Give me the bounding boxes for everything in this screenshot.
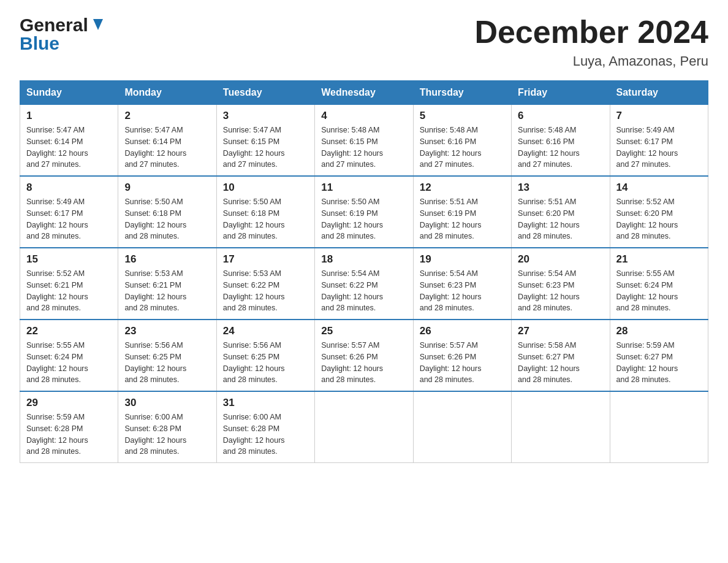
day-number: 19 (420, 253, 505, 266)
calendar-cell: 22Sunrise: 5:55 AMSunset: 6:24 PMDayligh… (20, 320, 118, 391)
calendar-cell: 2Sunrise: 5:47 AMSunset: 6:14 PMDaylight… (118, 105, 216, 177)
day-number: 13 (518, 182, 603, 194)
day-number: 5 (420, 110, 505, 122)
day-info: Sunrise: 5:59 AMSunset: 6:27 PMDaylight:… (616, 340, 702, 386)
calendar-cell: 7Sunrise: 5:49 AMSunset: 6:17 PMDaylight… (610, 105, 708, 177)
day-info: Sunrise: 5:52 AMSunset: 6:21 PMDaylight:… (26, 268, 112, 314)
calendar-cell: 15Sunrise: 5:52 AMSunset: 6:21 PMDayligh… (20, 248, 118, 320)
day-info: Sunrise: 6:00 AMSunset: 6:28 PMDaylight:… (124, 412, 210, 458)
day-number: 3 (223, 110, 308, 122)
day-info: Sunrise: 5:47 AMSunset: 6:15 PMDaylight:… (223, 124, 308, 170)
page-header: General Blue December 2024 Luya, Amazona… (20, 15, 708, 69)
weekday-header-saturday: Saturday (610, 81, 708, 105)
calendar-cell: 1Sunrise: 5:47 AMSunset: 6:14 PMDaylight… (20, 105, 118, 177)
calendar-cell: 18Sunrise: 5:54 AMSunset: 6:22 PMDayligh… (315, 248, 413, 320)
calendar-cell: 19Sunrise: 5:54 AMSunset: 6:23 PMDayligh… (413, 248, 511, 320)
weekday-header-thursday: Thursday (413, 81, 511, 105)
day-number: 12 (420, 182, 505, 194)
logo-arrow-icon (89, 17, 107, 34)
day-number: 8 (26, 182, 112, 194)
calendar-header-row: SundayMondayTuesdayWednesdayThursdayFrid… (20, 81, 708, 105)
calendar-cell: 24Sunrise: 5:56 AMSunset: 6:25 PMDayligh… (216, 320, 314, 391)
calendar-week-3: 15Sunrise: 5:52 AMSunset: 6:21 PMDayligh… (20, 248, 708, 320)
calendar-cell (512, 391, 610, 463)
calendar-week-2: 8Sunrise: 5:49 AMSunset: 6:17 PMDaylight… (20, 176, 708, 248)
calendar-week-4: 22Sunrise: 5:55 AMSunset: 6:24 PMDayligh… (20, 320, 708, 391)
day-number: 24 (223, 325, 308, 337)
day-number: 29 (26, 397, 112, 409)
calendar-cell: 17Sunrise: 5:53 AMSunset: 6:22 PMDayligh… (216, 248, 314, 320)
day-info: Sunrise: 5:56 AMSunset: 6:25 PMDaylight:… (223, 340, 308, 386)
calendar-cell: 6Sunrise: 5:48 AMSunset: 6:16 PMDaylight… (512, 105, 610, 177)
day-info: Sunrise: 5:55 AMSunset: 6:24 PMDaylight:… (26, 340, 112, 386)
day-info: Sunrise: 5:54 AMSunset: 6:22 PMDaylight:… (321, 268, 406, 314)
calendar-cell: 25Sunrise: 5:57 AMSunset: 6:26 PMDayligh… (315, 320, 413, 391)
calendar-cell: 23Sunrise: 5:56 AMSunset: 6:25 PMDayligh… (118, 320, 216, 391)
weekday-header-tuesday: Tuesday (216, 81, 314, 105)
calendar-cell: 28Sunrise: 5:59 AMSunset: 6:27 PMDayligh… (610, 320, 708, 391)
calendar-cell: 12Sunrise: 5:51 AMSunset: 6:19 PMDayligh… (413, 176, 511, 248)
calendar-cell: 8Sunrise: 5:49 AMSunset: 6:17 PMDaylight… (20, 176, 118, 248)
day-info: Sunrise: 5:56 AMSunset: 6:25 PMDaylight:… (124, 340, 210, 386)
day-info: Sunrise: 5:53 AMSunset: 6:22 PMDaylight:… (223, 268, 308, 314)
day-number: 6 (518, 110, 603, 122)
day-info: Sunrise: 6:00 AMSunset: 6:28 PMDaylight:… (223, 412, 308, 458)
day-info: Sunrise: 5:52 AMSunset: 6:20 PMDaylight:… (616, 196, 702, 242)
day-number: 22 (26, 325, 112, 337)
calendar-cell: 11Sunrise: 5:50 AMSunset: 6:19 PMDayligh… (315, 176, 413, 248)
logo-general: General (20, 15, 88, 36)
calendar-cell: 9Sunrise: 5:50 AMSunset: 6:18 PMDaylight… (118, 176, 216, 248)
day-info: Sunrise: 5:53 AMSunset: 6:21 PMDaylight:… (124, 268, 210, 314)
day-number: 10 (223, 182, 308, 194)
calendar-cell: 10Sunrise: 5:50 AMSunset: 6:18 PMDayligh… (216, 176, 314, 248)
day-number: 23 (124, 325, 210, 337)
day-info: Sunrise: 5:58 AMSunset: 6:27 PMDaylight:… (518, 340, 603, 386)
day-number: 30 (124, 397, 210, 409)
day-number: 15 (26, 253, 112, 266)
calendar-cell: 14Sunrise: 5:52 AMSunset: 6:20 PMDayligh… (610, 176, 708, 248)
day-info: Sunrise: 5:55 AMSunset: 6:24 PMDaylight:… (616, 268, 702, 314)
day-info: Sunrise: 5:50 AMSunset: 6:18 PMDaylight:… (124, 196, 210, 242)
day-info: Sunrise: 5:48 AMSunset: 6:15 PMDaylight:… (321, 124, 406, 170)
svg-marker-0 (93, 19, 103, 30)
calendar-cell: 21Sunrise: 5:55 AMSunset: 6:24 PMDayligh… (610, 248, 708, 320)
day-number: 1 (26, 110, 112, 122)
day-number: 20 (518, 253, 603, 266)
calendar-cell: 29Sunrise: 5:59 AMSunset: 6:28 PMDayligh… (20, 391, 118, 463)
day-info: Sunrise: 5:59 AMSunset: 6:28 PMDaylight:… (26, 412, 112, 458)
day-number: 7 (616, 110, 702, 122)
day-number: 4 (321, 110, 406, 122)
weekday-header-monday: Monday (118, 81, 216, 105)
calendar-cell: 5Sunrise: 5:48 AMSunset: 6:16 PMDaylight… (413, 105, 511, 177)
title-block: December 2024 Luya, Amazonas, Peru (474, 15, 708, 69)
day-number: 18 (321, 253, 406, 266)
calendar-cell: 3Sunrise: 5:47 AMSunset: 6:15 PMDaylight… (216, 105, 314, 177)
day-info: Sunrise: 5:54 AMSunset: 6:23 PMDaylight:… (518, 268, 603, 314)
day-info: Sunrise: 5:50 AMSunset: 6:19 PMDaylight:… (321, 196, 406, 242)
day-info: Sunrise: 5:57 AMSunset: 6:26 PMDaylight:… (420, 340, 505, 386)
day-info: Sunrise: 5:49 AMSunset: 6:17 PMDaylight:… (616, 124, 702, 170)
day-number: 27 (518, 325, 603, 337)
day-info: Sunrise: 5:48 AMSunset: 6:16 PMDaylight:… (420, 124, 505, 170)
day-info: Sunrise: 5:47 AMSunset: 6:14 PMDaylight:… (124, 124, 210, 170)
day-number: 26 (420, 325, 505, 337)
calendar-cell (315, 391, 413, 463)
day-info: Sunrise: 5:48 AMSunset: 6:16 PMDaylight:… (518, 124, 603, 170)
calendar-cell: 20Sunrise: 5:54 AMSunset: 6:23 PMDayligh… (512, 248, 610, 320)
calendar-table: SundayMondayTuesdayWednesdayThursdayFrid… (20, 80, 708, 463)
day-number: 9 (124, 182, 210, 194)
calendar-cell: 26Sunrise: 5:57 AMSunset: 6:26 PMDayligh… (413, 320, 511, 391)
day-info: Sunrise: 5:49 AMSunset: 6:17 PMDaylight:… (26, 196, 112, 242)
weekday-header-sunday: Sunday (20, 81, 118, 105)
day-number: 25 (321, 325, 406, 337)
day-info: Sunrise: 5:47 AMSunset: 6:14 PMDaylight:… (26, 124, 112, 170)
calendar-cell: 30Sunrise: 6:00 AMSunset: 6:28 PMDayligh… (118, 391, 216, 463)
day-number: 31 (223, 397, 308, 409)
day-number: 11 (321, 182, 406, 194)
weekday-header-wednesday: Wednesday (315, 81, 413, 105)
calendar-week-5: 29Sunrise: 5:59 AMSunset: 6:28 PMDayligh… (20, 391, 708, 463)
logo: General Blue (20, 15, 107, 54)
calendar-cell (413, 391, 511, 463)
day-info: Sunrise: 5:57 AMSunset: 6:26 PMDaylight:… (321, 340, 406, 386)
calendar-cell: 13Sunrise: 5:51 AMSunset: 6:20 PMDayligh… (512, 176, 610, 248)
